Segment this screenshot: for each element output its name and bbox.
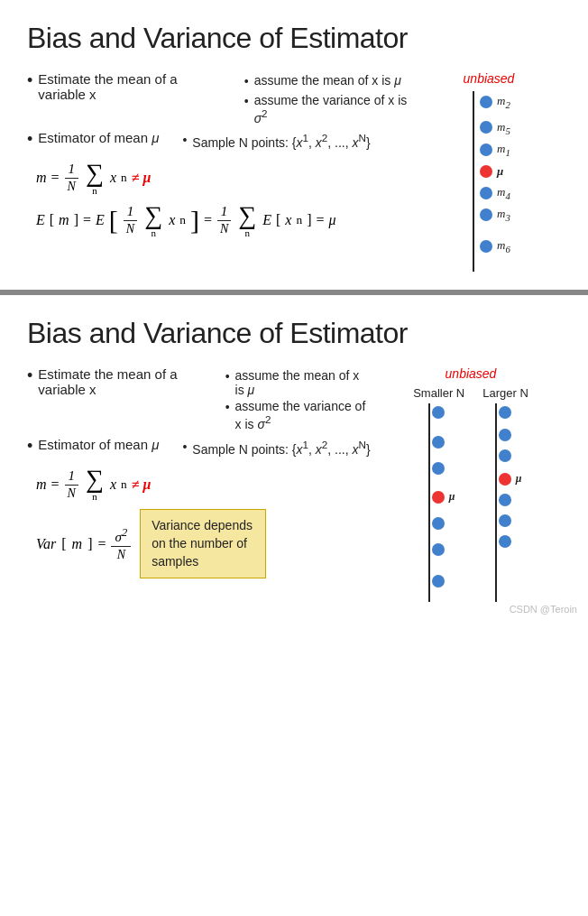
sn-dot-4	[432, 517, 445, 530]
slide-2-bullets: Estimate the mean of a variable x assume…	[27, 366, 372, 458]
dot-blue	[480, 187, 492, 199]
s2-sub-bullets-2: Sample N points: {x1, x2, ..., xN}	[182, 439, 370, 458]
s2-not-equal-mu: ≠ μ	[132, 477, 152, 493]
dot-m4: m4	[480, 185, 510, 201]
ln-dot-2	[499, 429, 511, 441]
dot-blue	[499, 514, 511, 527]
dot-blue	[480, 121, 492, 134]
sigma-1: ∑ n	[86, 161, 104, 196]
slide-1-content: Estimate the mean of a variable x assume…	[27, 71, 561, 272]
smaller-n-label: Smaller N	[413, 386, 464, 400]
slide-2-content: Estimate the mean of a variable x assume…	[27, 366, 561, 602]
sn-dot-mu: μ	[432, 490, 455, 504]
variance-note-text: Variance depends on the number of sample…	[152, 518, 253, 568]
watermark: CSDN @Teroin	[510, 604, 577, 615]
ln-dot-4	[499, 494, 511, 506]
var-formula-left: Var[m] = σ2 N	[36, 526, 131, 562]
sn-dot-red-mu	[432, 491, 445, 504]
sub-bullets-1: assume the mean of x is μ assume the var…	[244, 73, 408, 126]
bullet-2: Estimator of mean μ Sample N points: {x1…	[27, 130, 408, 152]
variance-note-box: Variance depends on the number of sample…	[140, 509, 266, 578]
dot-red-mu	[480, 165, 492, 178]
s2-var-formula: Var[m] = σ2 N Variance depends on the nu…	[36, 509, 372, 578]
ln-dot-mu: μ	[499, 472, 522, 486]
slide-1-title: Bias and Variance of Estimator	[27, 22, 561, 55]
dot-blue	[499, 429, 511, 441]
bullet-2-text: Estimator of mean μ	[38, 130, 159, 145]
dot-label-m2: m2	[497, 94, 510, 110]
smaller-n-line	[428, 403, 430, 602]
dot-m3: m3	[480, 207, 510, 223]
dot-label-m3: m3	[497, 207, 510, 223]
larger-n-column: μ	[490, 403, 522, 602]
sn-dot-5	[432, 543, 445, 556]
dot-blue	[480, 240, 492, 253]
vertical-line-1	[473, 91, 474, 272]
s2-sub-bullets-1: assume the mean of x is μ assume the var…	[225, 368, 372, 433]
formula-1-m: m	[36, 170, 47, 186]
sn-dot-1	[432, 406, 445, 419]
larger-n-label: Larger N	[482, 386, 528, 400]
unbiased-label-1: unbiased	[464, 71, 515, 86]
smaller-n-column: μ	[423, 403, 455, 602]
ln-dot-6	[499, 535, 511, 548]
two-columns: Smaller N μ	[413, 386, 528, 602]
bullet-1: Estimate the mean of a variable x assume…	[27, 71, 408, 126]
fraction-1n: 1 N	[64, 162, 79, 194]
ln-dot-red-mu	[499, 473, 511, 486]
dot-label-m1: m1	[497, 142, 510, 158]
sn-dot-3	[432, 462, 445, 475]
dot-blue	[432, 462, 445, 475]
dot-blue	[432, 543, 445, 556]
s2-bullet-2: Estimator of mean μ Sample N points: {x1…	[27, 437, 372, 458]
sn-dot-2	[432, 436, 445, 449]
slide-2-title: Bias and Variance of Estimator	[27, 317, 561, 350]
dot-column-1: m2 m5 m1 μ m4	[467, 91, 510, 272]
unbiased-label-2: unbiased	[446, 366, 497, 381]
dot-blue	[432, 406, 445, 419]
s2-bullet-1: Estimate the mean of a variable x assume…	[27, 366, 372, 433]
sn-dot-6	[432, 575, 445, 588]
dot-blue	[432, 436, 445, 449]
dot-blue	[480, 208, 492, 221]
s2-sub-2-1: Sample N points: {x1, x2, ..., xN}	[182, 439, 370, 457]
s2-sub-1-1: assume the mean of x is μ	[225, 368, 372, 397]
slide-1-left: Estimate the mean of a variable x assume…	[27, 71, 408, 272]
sub-bullet-1-2: assume the variance of x is σ2	[244, 93, 408, 125]
dot-blue	[432, 517, 445, 530]
ln-dot-1	[499, 406, 511, 419]
larger-n-group: Larger N μ	[482, 386, 528, 602]
slide-1-bullets: Estimate the mean of a variable x assume…	[27, 71, 408, 152]
dot-blue	[432, 575, 445, 588]
dot-m5: m5	[480, 120, 510, 136]
slide-2-left: Estimate the mean of a variable x assume…	[27, 366, 372, 602]
bullet-1-text: Estimate the mean of a variable x	[38, 71, 220, 102]
sub-bullet-1-1: assume the mean of x is μ	[244, 73, 408, 91]
dot-label-m4: m4	[497, 185, 510, 201]
dot-blue	[480, 96, 492, 108]
dot-m6: m6	[480, 238, 510, 254]
dot-blue	[499, 535, 511, 548]
ln-dot-5	[499, 514, 511, 527]
dot-label-m5: m5	[497, 120, 510, 136]
dot-blue	[499, 406, 511, 419]
s2-sub-1-2: assume the variance of x is σ2	[225, 399, 372, 431]
dot-label-m6: m6	[497, 238, 510, 254]
smaller-n-group: Smaller N μ	[413, 386, 464, 602]
sn-mu-label: μ	[449, 490, 455, 504]
slide-1: Bias and Variance of Estimator Estimate …	[0, 0, 588, 290]
dot-blue	[499, 449, 511, 462]
ln-mu-label: μ	[516, 472, 522, 486]
s2-formula-1: m = 1 N ∑ n xn ≠ μ	[36, 467, 372, 502]
dot-blue	[480, 143, 492, 156]
not-equal-mu: ≠ μ	[132, 170, 152, 186]
dot-label-mu: μ	[497, 164, 503, 179]
larger-n-line	[495, 403, 497, 602]
ln-dot-3	[499, 449, 511, 462]
dot-m2: m2	[480, 94, 510, 110]
sub-bullets-2: Sample N points: {x1, x2, ..., xN}	[182, 132, 370, 152]
sub-bullet-2-1: Sample N points: {x1, x2, ..., xN}	[182, 132, 370, 150]
slide-2: Bias and Variance of Estimator Estimate …	[0, 295, 588, 620]
formula-2: E[m] = E [ 1 N ∑ n xn ] = 1 N	[36, 203, 408, 238]
dot-m1: m1	[480, 142, 510, 158]
